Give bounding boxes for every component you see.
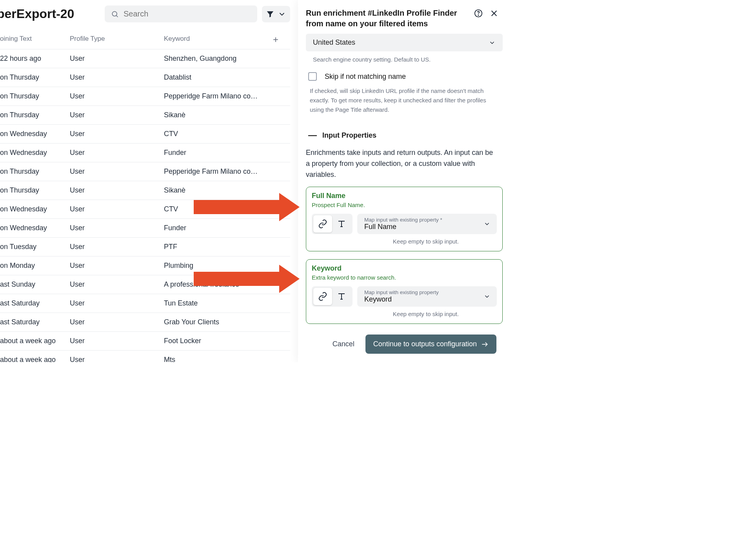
svg-line-1	[116, 15, 118, 17]
text-mode-button[interactable]	[332, 215, 351, 233]
svg-point-3	[478, 15, 478, 15]
column-profile-type[interactable]: Profile Type	[70, 35, 164, 43]
link-mode-button[interactable]	[313, 215, 332, 233]
table-row[interactable]: on ThursdayUserPepperidge Farm Milano co…	[0, 162, 290, 181]
full-name-map-select[interactable]: Map input with existing property * Full …	[357, 214, 497, 234]
cell-joining-text: on Thursday	[0, 73, 70, 82]
table-row[interactable]: ast SaturdayUserGrab Your Clients	[0, 313, 290, 331]
cell-joining-text: ast Saturday	[0, 299, 70, 307]
cell-joining-text: on Thursday	[0, 186, 70, 195]
full-name-skip-note: Keep empty to skip input.	[312, 238, 497, 245]
cell-keyword: Funder	[164, 224, 290, 232]
cell-keyword: Plumbing	[164, 262, 290, 270]
cell-keyword: CTV	[164, 130, 290, 138]
cell-joining-text: on Monday	[0, 262, 70, 270]
table-row[interactable]: on ThursdayUserSikanè	[0, 105, 290, 124]
cell-keyword: PTF	[164, 243, 290, 251]
cell-joining-text: about a week ago	[0, 337, 70, 345]
cell-keyword: Funder	[164, 149, 290, 157]
full-name-title: Full Name	[312, 192, 497, 200]
cell-joining-text: about a week ago	[0, 356, 70, 362]
continue-button[interactable]: Continue to outputs configuration	[365, 335, 496, 354]
country-select[interactable]: United States	[306, 34, 503, 51]
cell-joining-text: on Wednesday	[0, 149, 70, 157]
text-mode-button[interactable]	[332, 288, 351, 305]
arrow-annotation	[194, 272, 279, 286]
cell-keyword: Pepperidge Farm Milano co…	[164, 92, 290, 100]
text-icon	[337, 219, 346, 229]
cell-keyword: Tun Estate	[164, 299, 290, 307]
keyword-skip-note: Keep empty to skip input.	[312, 311, 497, 317]
input-properties-title: Input Properties	[322, 131, 376, 140]
input-properties-desc: Enrichments take inputs and return outpu…	[306, 144, 503, 187]
enrichment-panel: Run enrichment #LinkedIn Profile Finder …	[298, 0, 507, 362]
cell-profile-type: User	[70, 337, 164, 345]
search-input[interactable]	[124, 9, 251, 18]
cell-keyword: Foot Locker	[164, 337, 290, 345]
search-icon	[111, 10, 119, 18]
cancel-button[interactable]: Cancel	[333, 340, 354, 348]
table-row[interactable]: on ThursdayUserSikanè	[0, 181, 290, 200]
keyword-sub: Extra keyword to narrow search.	[312, 274, 497, 281]
cell-keyword: Mts	[164, 356, 290, 362]
cell-keyword: Sikanè	[164, 186, 290, 195]
table-row[interactable]: on TuesdayUserPTF	[0, 237, 290, 256]
help-button[interactable]	[473, 8, 484, 19]
cell-profile-type: User	[70, 111, 164, 119]
link-mode-button[interactable]	[313, 288, 332, 305]
close-button[interactable]	[489, 8, 500, 19]
table-row[interactable]: on WednesdayUserCTV	[0, 124, 290, 143]
arrow-right-icon	[481, 340, 489, 348]
full-name-map-value: Full Name	[364, 223, 442, 231]
table-row[interactable]: 22 hours agoUserShenzhen, Guangdong	[0, 49, 290, 68]
cell-profile-type: User	[70, 186, 164, 195]
chevron-down-icon	[278, 10, 286, 18]
chevron-down-icon	[489, 39, 496, 46]
keyword-mode-toggle	[312, 286, 353, 307]
search-box[interactable]	[105, 5, 257, 22]
table-row[interactable]: about a week agoUserMts	[0, 350, 290, 362]
add-column-button[interactable]: +	[273, 34, 278, 45]
cell-joining-text: on Wednesday	[0, 205, 70, 213]
cell-joining-text: on Wednesday	[0, 130, 70, 138]
table-row[interactable]: on ThursdayUserDatablist	[0, 68, 290, 87]
panel-title: Run enrichment #LinkedIn Profile Finder …	[306, 8, 468, 29]
keyword-card: Keyword Extra keyword to narrow search. …	[306, 259, 503, 324]
cell-profile-type: User	[70, 167, 164, 176]
cell-profile-type: User	[70, 92, 164, 100]
input-properties-toggle[interactable]: — Input Properties	[306, 125, 503, 144]
cell-joining-text: on Thursday	[0, 92, 70, 100]
column-joining-text[interactable]: oining Text	[0, 35, 70, 43]
keyword-map-value: Keyword	[364, 295, 439, 304]
table-row[interactable]: on ThursdayUserPepperidge Farm Milano co…	[0, 87, 290, 105]
help-icon	[474, 9, 483, 18]
skip-label: Skip if not matching name	[325, 73, 406, 81]
cell-profile-type: User	[70, 55, 164, 63]
cell-joining-text: ast Sunday	[0, 280, 70, 289]
table-row[interactable]: on WednesdayUserFunder	[0, 218, 290, 237]
svg-point-0	[112, 11, 117, 16]
cell-keyword: Grab Your Clients	[164, 318, 290, 326]
cell-profile-type: User	[70, 318, 164, 326]
link-icon	[318, 292, 327, 301]
table-row[interactable]: about a week agoUserFoot Locker	[0, 331, 290, 350]
cell-keyword: Sikanè	[164, 111, 290, 119]
skip-checkbox[interactable]	[308, 72, 317, 81]
cell-profile-type: User	[70, 243, 164, 251]
arrow-annotation	[194, 200, 279, 214]
filter-button[interactable]	[262, 6, 290, 22]
chevron-down-icon	[483, 293, 491, 300]
cell-joining-text: on Thursday	[0, 111, 70, 119]
full-name-card: Full Name Prospect Full Name. Map input …	[306, 187, 503, 251]
text-icon	[337, 292, 346, 301]
table-header: oining Text Profile Type Keyword +	[0, 28, 290, 49]
country-value: United States	[313, 38, 355, 47]
cell-joining-text: on Tuesday	[0, 243, 70, 251]
cell-joining-text: on Wednesday	[0, 224, 70, 232]
keyword-map-select[interactable]: Map input with existing property Keyword	[357, 286, 497, 307]
column-keyword[interactable]: Keyword	[164, 35, 290, 43]
table-row[interactable]: on WednesdayUserFunder	[0, 143, 290, 162]
cell-profile-type: User	[70, 130, 164, 138]
cell-profile-type: User	[70, 149, 164, 157]
table-row[interactable]: ast SaturdayUserTun Estate	[0, 294, 290, 313]
